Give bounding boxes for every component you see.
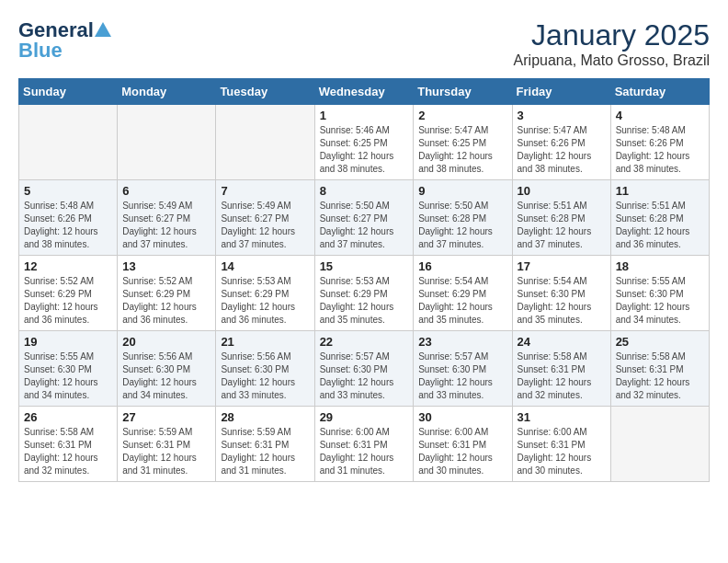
day-number: 25	[616, 335, 704, 349]
day-number: 1	[320, 109, 409, 122]
title-section: January 2025 Aripuana, Mato Grosso, Braz…	[514, 18, 710, 69]
day-number: 17	[518, 259, 606, 273]
table-row: 19Sunrise: 5:55 AM Sunset: 6:30 PM Dayli…	[19, 331, 118, 407]
month-year-title: January 2025	[514, 18, 710, 52]
header-tuesday: Tuesday	[216, 79, 314, 105]
table-row: 17Sunrise: 5:54 AM Sunset: 6:30 PM Dayli…	[512, 256, 610, 331]
table-row: 1Sunrise: 5:46 AM Sunset: 6:25 PM Daylig…	[314, 105, 414, 180]
calendar-week-row: 12Sunrise: 5:52 AM Sunset: 6:29 PM Dayli…	[19, 256, 710, 331]
day-info: Sunrise: 5:58 AM Sunset: 6:31 PM Dayligh…	[24, 426, 112, 477]
day-info: Sunrise: 5:53 AM Sunset: 6:29 PM Dayligh…	[221, 275, 309, 327]
calendar-week-row: 1Sunrise: 5:46 AM Sunset: 6:25 PM Daylig…	[19, 105, 710, 180]
table-row: 9Sunrise: 5:50 AM Sunset: 6:28 PM Daylig…	[414, 180, 512, 256]
day-number: 29	[320, 410, 409, 424]
calendar-week-row: 19Sunrise: 5:55 AM Sunset: 6:30 PM Dayli…	[19, 331, 710, 407]
day-info: Sunrise: 5:55 AM Sunset: 6:30 PM Dayligh…	[616, 275, 704, 327]
day-number: 18	[616, 259, 704, 273]
page-header: General Blue January 2025 Aripuana, Mato…	[18, 18, 710, 69]
day-info: Sunrise: 5:51 AM Sunset: 6:28 PM Dayligh…	[518, 200, 606, 251]
table-row: 3Sunrise: 5:47 AM Sunset: 6:26 PM Daylig…	[512, 105, 610, 180]
day-number: 9	[418, 184, 506, 198]
day-number: 10	[518, 184, 606, 198]
day-info: Sunrise: 5:50 AM Sunset: 6:27 PM Dayligh…	[320, 200, 409, 251]
header-thursday: Thursday	[414, 79, 512, 105]
table-row	[610, 407, 709, 482]
day-number: 8	[320, 184, 409, 198]
day-info: Sunrise: 6:00 AM Sunset: 6:31 PM Dayligh…	[418, 426, 506, 477]
table-row: 28Sunrise: 5:59 AM Sunset: 6:31 PM Dayli…	[216, 407, 314, 482]
table-row	[19, 105, 118, 180]
calendar-header-row: Sunday Monday Tuesday Wednesday Thursday…	[19, 79, 710, 105]
day-info: Sunrise: 6:00 AM Sunset: 6:31 PM Dayligh…	[518, 426, 606, 477]
day-info: Sunrise: 5:59 AM Sunset: 6:31 PM Dayligh…	[221, 426, 309, 477]
table-row: 27Sunrise: 5:59 AM Sunset: 6:31 PM Dayli…	[118, 407, 216, 482]
day-info: Sunrise: 5:57 AM Sunset: 6:30 PM Dayligh…	[320, 350, 409, 402]
table-row: 25Sunrise: 5:58 AM Sunset: 6:31 PM Dayli…	[610, 331, 709, 407]
day-info: Sunrise: 5:51 AM Sunset: 6:28 PM Dayligh…	[616, 200, 704, 251]
table-row: 10Sunrise: 5:51 AM Sunset: 6:28 PM Dayli…	[512, 180, 610, 256]
header-monday: Monday	[118, 79, 216, 105]
day-info: Sunrise: 5:49 AM Sunset: 6:27 PM Dayligh…	[122, 200, 210, 251]
table-row: 24Sunrise: 5:58 AM Sunset: 6:31 PM Dayli…	[512, 331, 610, 407]
day-number: 30	[418, 410, 506, 424]
table-row: 7Sunrise: 5:49 AM Sunset: 6:27 PM Daylig…	[216, 180, 314, 256]
header-friday: Friday	[512, 79, 610, 105]
table-row: 20Sunrise: 5:56 AM Sunset: 6:30 PM Dayli…	[118, 331, 216, 407]
day-number: 14	[221, 259, 309, 273]
svg-marker-0	[95, 22, 111, 37]
day-number: 21	[221, 335, 309, 349]
day-number: 28	[221, 410, 309, 424]
day-info: Sunrise: 5:56 AM Sunset: 6:30 PM Dayligh…	[122, 350, 210, 402]
day-number: 4	[616, 109, 704, 122]
day-info: Sunrise: 5:48 AM Sunset: 6:26 PM Dayligh…	[616, 124, 704, 176]
day-info: Sunrise: 5:54 AM Sunset: 6:29 PM Dayligh…	[418, 275, 506, 327]
calendar-table: Sunday Monday Tuesday Wednesday Thursday…	[18, 78, 710, 482]
day-info: Sunrise: 5:48 AM Sunset: 6:26 PM Dayligh…	[24, 200, 112, 251]
table-row	[118, 105, 216, 180]
day-info: Sunrise: 5:52 AM Sunset: 6:29 PM Dayligh…	[122, 275, 210, 327]
table-row: 12Sunrise: 5:52 AM Sunset: 6:29 PM Dayli…	[19, 256, 118, 331]
table-row: 30Sunrise: 6:00 AM Sunset: 6:31 PM Dayli…	[414, 407, 512, 482]
table-row: 26Sunrise: 5:58 AM Sunset: 6:31 PM Dayli…	[19, 407, 118, 482]
logo: General Blue	[18, 18, 111, 63]
day-number: 13	[122, 259, 210, 273]
day-number: 5	[24, 184, 112, 198]
day-info: Sunrise: 5:58 AM Sunset: 6:31 PM Dayligh…	[616, 350, 704, 402]
header-wednesday: Wednesday	[314, 79, 414, 105]
table-row: 8Sunrise: 5:50 AM Sunset: 6:27 PM Daylig…	[314, 180, 414, 256]
calendar-week-row: 26Sunrise: 5:58 AM Sunset: 6:31 PM Dayli…	[19, 407, 710, 482]
table-row: 18Sunrise: 5:55 AM Sunset: 6:30 PM Dayli…	[610, 256, 709, 331]
day-info: Sunrise: 5:46 AM Sunset: 6:25 PM Dayligh…	[320, 124, 409, 176]
day-number: 22	[320, 335, 409, 349]
table-row: 15Sunrise: 5:53 AM Sunset: 6:29 PM Dayli…	[314, 256, 414, 331]
day-number: 26	[24, 410, 112, 424]
day-info: Sunrise: 5:54 AM Sunset: 6:30 PM Dayligh…	[518, 275, 606, 327]
day-info: Sunrise: 5:47 AM Sunset: 6:25 PM Dayligh…	[418, 124, 506, 176]
table-row: 5Sunrise: 5:48 AM Sunset: 6:26 PM Daylig…	[19, 180, 118, 256]
table-row	[216, 105, 314, 180]
table-row: 2Sunrise: 5:47 AM Sunset: 6:25 PM Daylig…	[414, 105, 512, 180]
table-row: 11Sunrise: 5:51 AM Sunset: 6:28 PM Dayli…	[610, 180, 709, 256]
day-number: 6	[122, 184, 210, 198]
table-row: 29Sunrise: 6:00 AM Sunset: 6:31 PM Dayli…	[314, 407, 414, 482]
day-number: 19	[24, 335, 112, 349]
day-number: 20	[122, 335, 210, 349]
day-number: 31	[518, 410, 606, 424]
day-info: Sunrise: 5:47 AM Sunset: 6:26 PM Dayligh…	[518, 124, 606, 176]
table-row: 23Sunrise: 5:57 AM Sunset: 6:30 PM Dayli…	[414, 331, 512, 407]
day-number: 23	[418, 335, 506, 349]
header-sunday: Sunday	[19, 79, 118, 105]
calendar-week-row: 5Sunrise: 5:48 AM Sunset: 6:26 PM Daylig…	[19, 180, 710, 256]
day-number: 7	[221, 184, 309, 198]
day-info: Sunrise: 5:57 AM Sunset: 6:30 PM Dayligh…	[418, 350, 506, 402]
day-number: 2	[418, 109, 506, 122]
header-saturday: Saturday	[610, 79, 709, 105]
day-info: Sunrise: 5:55 AM Sunset: 6:30 PM Dayligh…	[24, 350, 112, 402]
day-info: Sunrise: 5:56 AM Sunset: 6:30 PM Dayligh…	[221, 350, 309, 402]
table-row: 22Sunrise: 5:57 AM Sunset: 6:30 PM Dayli…	[314, 331, 414, 407]
table-row: 16Sunrise: 5:54 AM Sunset: 6:29 PM Dayli…	[414, 256, 512, 331]
logo-triangle-icon	[95, 20, 111, 37]
day-info: Sunrise: 5:50 AM Sunset: 6:28 PM Dayligh…	[418, 200, 506, 251]
table-row: 13Sunrise: 5:52 AM Sunset: 6:29 PM Dayli…	[118, 256, 216, 331]
day-number: 27	[122, 410, 210, 424]
